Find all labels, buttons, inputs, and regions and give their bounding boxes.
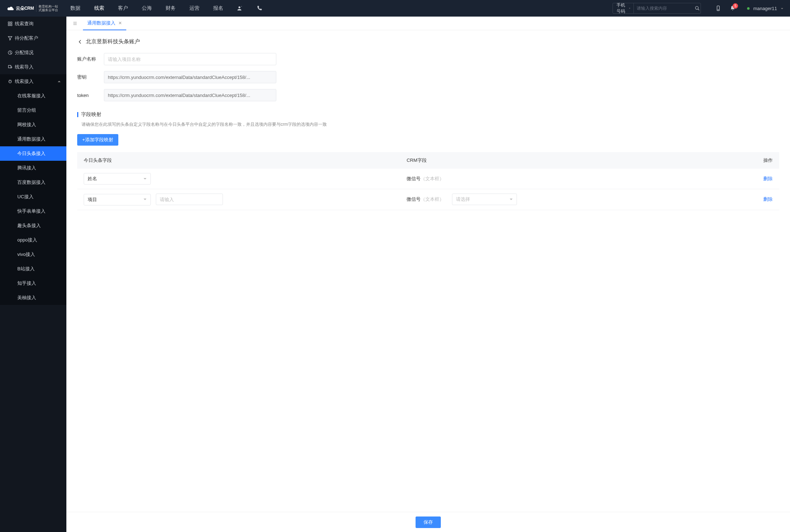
mobile-icon[interactable]: [711, 5, 725, 11]
chevron-up-icon: [57, 79, 61, 84]
search-input[interactable]: [634, 6, 694, 11]
sidebar-item-unassigned[interactable]: 待分配客户: [0, 31, 66, 45]
sub-item-toutiao[interactable]: 今日头条接入: [0, 146, 66, 161]
label-account-name: 账户名称: [77, 56, 104, 62]
sub-item-uc[interactable]: UC接入: [0, 190, 66, 204]
chevron-down-icon: [509, 197, 513, 202]
nav-item-data[interactable]: 数据: [70, 5, 80, 12]
sidebar-item-allocation[interactable]: 分配情况: [0, 45, 66, 60]
logo[interactable]: 云朵CRM 教育机构一站 式服务云平台: [6, 5, 66, 12]
section-title: 字段映射: [77, 111, 779, 118]
row-account-name: 账户名称: [77, 53, 779, 65]
value-token[interactable]: https://crm.yunduocrm.com/externalData/s…: [104, 89, 276, 101]
search-icon: [695, 6, 700, 11]
sidebar-item-clue-search[interactable]: 线索查询: [0, 17, 66, 31]
chevron-down-icon: [629, 7, 631, 10]
value-key[interactable]: https://crm.yunduocrm.com/externalData/s…: [104, 71, 276, 83]
sub-item-school[interactable]: 网校接入: [0, 118, 66, 132]
search-bar: 手机号码: [613, 3, 701, 14]
row-key: 密钥 https://crm.yunduocrm.com/externalDat…: [77, 71, 779, 83]
top-nav: 数据 线索 客户 公海 财务 运营 报名: [70, 5, 262, 12]
tab-generic-data[interactable]: 通用数据接入 ✕: [83, 17, 126, 30]
input-account-name[interactable]: [104, 53, 276, 65]
crm-field-cell: 微信号（文本框）: [400, 169, 667, 189]
svg-point-3: [718, 9, 719, 10]
phone-icon[interactable]: [256, 5, 262, 11]
row-token: token https://crm.yunduocrm.com/external…: [77, 89, 779, 101]
chevron-left-icon: [77, 39, 83, 45]
add-mapping-button[interactable]: +添加字段映射: [77, 134, 118, 146]
menu-icon: [73, 21, 78, 26]
nav-item-signup[interactable]: 报名: [213, 5, 223, 12]
tab-label: 通用数据接入: [87, 20, 115, 26]
bell-button[interactable]: 5: [725, 5, 740, 11]
delete-link[interactable]: 删除: [763, 196, 773, 202]
app-header: 云朵CRM 教育机构一站 式服务云平台 数据 线索 客户 公海 财务 运营 报名…: [0, 0, 790, 17]
delete-link[interactable]: 删除: [763, 176, 773, 181]
grid-icon: [5, 21, 15, 26]
sub-item-tencent[interactable]: 腾讯接入: [0, 161, 66, 175]
page-title: 北京昱新科技头条账户: [86, 38, 140, 45]
search-type-select[interactable]: 手机号码: [613, 3, 634, 13]
logo-text: 云朵CRM: [16, 5, 34, 12]
user-add-icon[interactable]: [237, 5, 243, 11]
svg-point-1: [695, 6, 698, 9]
table-row: 项目 微信号（文本框） 请选择 删除: [77, 189, 779, 210]
section-bar-icon: [77, 112, 78, 117]
back-button[interactable]: 北京昱新科技头条账户: [77, 38, 779, 45]
page-panel: 北京昱新科技头条账户 账户名称 密钥 https://crm.yunduocrm…: [66, 30, 790, 243]
table-row: 姓名 微信号（文本框） 删除: [77, 169, 779, 189]
label-key: 密钥: [77, 74, 104, 80]
input-extra[interactable]: [156, 194, 223, 205]
chevron-down-icon: [143, 176, 147, 182]
cloud-icon: [6, 5, 14, 11]
svg-rect-4: [8, 22, 10, 23]
nav-item-ops[interactable]: 运营: [189, 5, 199, 12]
section-desc: 请确保您在此填写的头条自定义字段名称与在今日头条平台中自定义的字段名称一致，并且…: [82, 121, 779, 128]
select-toutiao-field[interactable]: 姓名: [84, 173, 151, 185]
svg-rect-6: [8, 24, 10, 26]
export-icon: [5, 65, 15, 70]
sub-item-qutoutiao[interactable]: 趣头条接入: [0, 218, 66, 233]
section-mapping: 字段映射 请确保您在此填写的头条自定义字段名称与在今日头条平台中自定义的字段名称…: [77, 111, 779, 210]
svg-point-0: [238, 6, 240, 8]
svg-rect-5: [10, 22, 12, 23]
search-button[interactable]: [694, 3, 701, 13]
sub-item-msg-group[interactable]: 留言分组: [0, 103, 66, 118]
chevron-down-icon: [781, 5, 784, 11]
col-toutiao-field: 今日头条字段: [77, 152, 400, 169]
sidebar-item-import[interactable]: 线索导入: [0, 60, 66, 74]
sub-item-online-cs[interactable]: 在线客服接入: [0, 89, 66, 103]
label-token: token: [77, 93, 104, 98]
tabs-bar: 通用数据接入 ✕: [66, 17, 790, 30]
select-crm-field[interactable]: 请选择: [452, 194, 517, 205]
crm-field-cell: 微信号（文本框） 请选择: [400, 189, 667, 210]
sub-item-baidu[interactable]: 百度数据接入: [0, 175, 66, 190]
notification-badge: 5: [733, 3, 738, 9]
pie-icon: [5, 50, 15, 55]
nav-item-clues[interactable]: 线索: [94, 5, 104, 12]
sidebar-item-integration[interactable]: 线索接入: [0, 74, 66, 89]
user-name: manager11: [753, 6, 777, 11]
sub-item-oppo[interactable]: oppo接入: [0, 233, 66, 243]
main-content: 通用数据接入 ✕ 北京昱新科技头条账户 账户名称 密钥 https://crm.…: [66, 17, 790, 243]
nav-item-customer[interactable]: 客户: [118, 5, 128, 12]
sidebar: 线索查询 待分配客户 分配情况 线索导入 线索接入 在线客服接入 留言分组 网校…: [0, 17, 66, 243]
nav-item-finance[interactable]: 财务: [166, 5, 176, 12]
select-toutiao-field[interactable]: 项目: [84, 194, 151, 205]
chevron-down-icon: [143, 197, 147, 202]
nav-item-pool[interactable]: 公海: [142, 5, 152, 12]
logo-divider-icon: [36, 5, 36, 12]
close-icon[interactable]: ✕: [118, 21, 122, 26]
user-menu[interactable]: manager11: [747, 5, 784, 11]
tabs-collapse-button[interactable]: [70, 18, 80, 28]
svg-rect-7: [10, 24, 12, 26]
col-crm-field: CRM字段: [400, 152, 667, 169]
funnel-icon: [5, 36, 15, 41]
status-dot-icon: [747, 7, 750, 10]
sub-item-kuaishou[interactable]: 快手表单接入: [0, 204, 66, 218]
col-action: 操作: [667, 152, 779, 169]
plug-icon: [5, 79, 15, 84]
logo-subtext: 教育机构一站 式服务云平台: [39, 5, 58, 12]
sub-item-generic[interactable]: 通用数据接入: [0, 132, 66, 146]
